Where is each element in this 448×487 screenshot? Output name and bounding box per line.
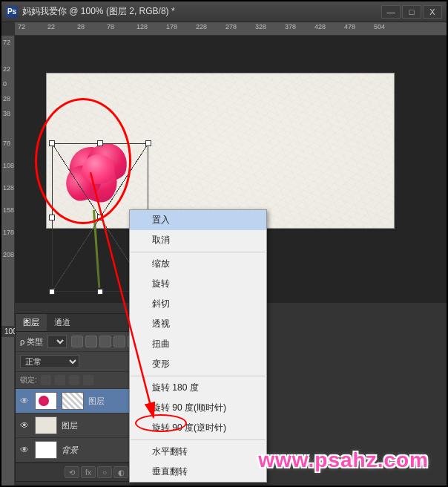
- menu-separator: [131, 376, 266, 376]
- menu-item-skew[interactable]: 斜切: [130, 294, 266, 314]
- app-icon: Ps: [6, 6, 18, 18]
- filter-shape-icon[interactable]: [113, 336, 125, 347]
- transform-handle-center[interactable]: [97, 215, 103, 220]
- lock-all-icon[interactable]: [83, 375, 93, 385]
- transform-handle-bl[interactable]: [49, 289, 55, 295]
- visibility-icon[interactable]: 👁: [19, 395, 30, 407]
- maximize-button[interactable]: □: [402, 5, 421, 19]
- close-button[interactable]: X: [423, 5, 442, 19]
- layer-thumbnail[interactable]: [35, 392, 57, 410]
- transform-handle-ml[interactable]: [49, 215, 55, 220]
- titlebar: Ps 妈妈我爱你 @ 100% (图层 2, RGB/8) * — □ X: [1, 1, 447, 22]
- watermark: www.psahz.com: [258, 448, 429, 472]
- menu-item-rotate-90-ccw[interactable]: 旋转 90 度(逆时针): [130, 418, 266, 438]
- tab-layers[interactable]: 图层: [16, 314, 47, 331]
- visibility-icon[interactable]: 👁: [19, 444, 30, 456]
- transform-handle-bm[interactable]: [97, 289, 103, 295]
- window-controls: — □ X: [381, 5, 442, 19]
- transform-handle-tl[interactable]: [49, 140, 55, 146]
- menu-item-rotate[interactable]: 旋转: [130, 274, 266, 294]
- menu-item-rotate-180[interactable]: 旋转 180 度: [130, 378, 266, 398]
- kind-label: ρ 类型: [20, 336, 43, 347]
- menu-item-scale[interactable]: 缩放: [130, 254, 266, 274]
- minimize-button[interactable]: —: [381, 5, 401, 19]
- menu-item-perspective[interactable]: 透视: [130, 314, 266, 334]
- fx-icon[interactable]: fx: [81, 466, 96, 478]
- menu-item-flip-horizontal[interactable]: 水平翻转: [130, 442, 266, 462]
- filter-pixel-icon[interactable]: [71, 336, 83, 347]
- menu-separator: [131, 439, 266, 440]
- lock-transparent-icon[interactable]: [41, 375, 51, 385]
- menu-item-cancel[interactable]: 取消: [130, 230, 266, 250]
- tab-channels[interactable]: 通道: [47, 314, 78, 331]
- layer-mask-thumbnail[interactable]: [62, 392, 84, 410]
- mask-icon[interactable]: ○: [97, 466, 112, 478]
- transform-handle-tr[interactable]: [145, 140, 151, 146]
- filter-type-icon[interactable]: [99, 336, 111, 347]
- context-menu: 置入 取消 缩放 旋转 斜切 透视 扭曲 变形 旋转 180 度 旋转 90 度…: [129, 209, 267, 483]
- transform-handle-tm[interactable]: [97, 140, 103, 146]
- menu-item-flip-vertical[interactable]: 垂直翻转: [130, 462, 266, 482]
- menu-item-distort[interactable]: 扭曲: [130, 334, 266, 354]
- filter-adjust-icon[interactable]: [85, 336, 97, 347]
- ruler-vertical: 72 22 0 28 38 78 108 128 158 178 208: [1, 36, 15, 486]
- visibility-icon[interactable]: 👁: [19, 419, 30, 431]
- ruler-horizontal: 72 22 28 78 128 178 228 278 328 378 428 …: [15, 22, 447, 36]
- layer-kind-select[interactable]: [47, 335, 67, 348]
- lock-position-icon[interactable]: [69, 375, 79, 385]
- menu-item-place[interactable]: 置入: [130, 210, 266, 230]
- link-layers-icon[interactable]: ⟲: [65, 466, 79, 478]
- adjustment-icon[interactable]: ◐: [113, 466, 128, 478]
- lock-label: 锁定:: [20, 375, 37, 385]
- menu-separator: [131, 252, 266, 252]
- menu-item-warp[interactable]: 变形: [130, 354, 266, 374]
- blend-mode-select[interactable]: 正常: [20, 355, 79, 368]
- layer-thumbnail[interactable]: [35, 441, 57, 459]
- lock-pixels-icon[interactable]: [55, 375, 65, 385]
- document-title: 妈妈我爱你 @ 100% (图层 2, RGB/8) *: [22, 5, 381, 18]
- layer-thumbnail[interactable]: [35, 416, 57, 434]
- menu-item-rotate-90-cw[interactable]: 旋转 90 度(顺时针): [130, 398, 266, 418]
